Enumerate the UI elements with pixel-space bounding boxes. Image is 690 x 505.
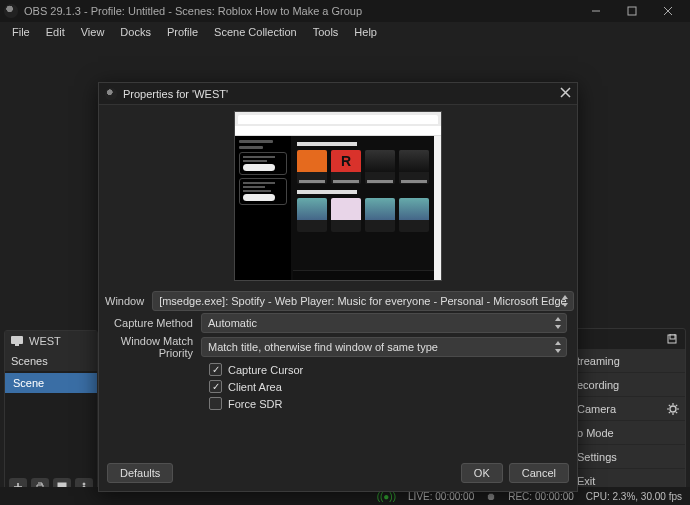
svg-rect-0 bbox=[628, 7, 636, 15]
window-titlebar: OBS 29.1.3 - Profile: Untitled - Scenes:… bbox=[0, 0, 690, 22]
properties-dialog: Properties for 'WEST' R bbox=[98, 82, 578, 492]
updown-icon bbox=[552, 339, 564, 355]
label-capture-method: Capture Method bbox=[105, 317, 201, 329]
select-match-priority[interactable]: Match title, otherwise find window of sa… bbox=[201, 337, 567, 357]
menubar: File Edit View Docks Profile Scene Colle… bbox=[0, 22, 690, 42]
svg-rect-2 bbox=[15, 344, 19, 346]
dialog-title: Properties for 'WEST' bbox=[123, 88, 560, 100]
status-live: LIVE: 00:00:00 bbox=[408, 491, 474, 502]
window-minimize-button[interactable] bbox=[578, 1, 614, 21]
control-recording[interactable]: ecording bbox=[571, 373, 685, 397]
capture-preview: R bbox=[234, 111, 442, 281]
record-icon: ⏺ bbox=[486, 491, 496, 502]
svg-rect-1 bbox=[11, 336, 23, 344]
scene-item[interactable]: Scene bbox=[5, 373, 97, 393]
controls-panel: treaming ecording Camera o Mode Settings… bbox=[570, 328, 686, 500]
ok-button[interactable]: OK bbox=[461, 463, 503, 483]
signal-icon: ((●)) bbox=[377, 491, 396, 502]
dialog-close-button[interactable] bbox=[560, 87, 571, 100]
checkbox-force-sdr-label: Force SDR bbox=[228, 398, 282, 410]
select-capture-method-value: Automatic bbox=[208, 317, 257, 329]
svg-point-5 bbox=[83, 483, 85, 485]
gear-icon[interactable] bbox=[667, 403, 679, 415]
monitor-icon bbox=[11, 336, 23, 346]
checkbox-client-area[interactable] bbox=[209, 380, 222, 393]
menu-docks[interactable]: Docks bbox=[114, 24, 157, 40]
scenes-header: Scenes bbox=[5, 351, 97, 371]
control-settings[interactable]: Settings bbox=[571, 445, 685, 469]
preview-section-2 bbox=[297, 190, 357, 194]
svg-point-11 bbox=[670, 406, 676, 412]
updown-icon bbox=[552, 315, 564, 331]
label-window: Window bbox=[105, 295, 152, 307]
checkbox-client-area-label: Client Area bbox=[228, 381, 282, 393]
select-match-priority-value: Match title, otherwise find window of sa… bbox=[208, 341, 438, 353]
select-capture-method[interactable]: Automatic bbox=[201, 313, 567, 333]
cancel-button[interactable]: Cancel bbox=[509, 463, 569, 483]
control-streaming[interactable]: treaming bbox=[571, 349, 685, 373]
menu-help[interactable]: Help bbox=[348, 24, 383, 40]
checkbox-capture-cursor[interactable] bbox=[209, 363, 222, 376]
checkbox-capture-cursor-label: Capture Cursor bbox=[228, 364, 303, 376]
dialog-titlebar: Properties for 'WEST' bbox=[99, 83, 577, 105]
obs-logo-icon bbox=[105, 88, 117, 100]
control-camera[interactable]: Camera bbox=[571, 397, 685, 421]
source-item-west[interactable]: WEST bbox=[5, 331, 97, 351]
menu-tools[interactable]: Tools bbox=[307, 24, 345, 40]
menu-edit[interactable]: Edit bbox=[40, 24, 71, 40]
menu-scene-collection[interactable]: Scene Collection bbox=[208, 24, 303, 40]
control-studio-mode[interactable]: o Mode bbox=[571, 421, 685, 445]
source-item-label: WEST bbox=[29, 335, 61, 347]
controls-dock-button[interactable] bbox=[663, 330, 681, 348]
window-maximize-button[interactable] bbox=[614, 1, 650, 21]
window-close-button[interactable] bbox=[650, 1, 686, 21]
menu-file[interactable]: File bbox=[6, 24, 36, 40]
defaults-button[interactable]: Defaults bbox=[107, 463, 173, 483]
label-match-priority: Window Match Priority bbox=[105, 335, 201, 359]
status-cpu: CPU: 2.3%, 30.00 fps bbox=[586, 491, 682, 502]
preview-section-1 bbox=[297, 142, 357, 146]
scenes-panel: WEST Scenes Scene bbox=[4, 330, 98, 500]
select-window[interactable]: [msedge.exe]: Spotify - Web Player: Musi… bbox=[152, 291, 574, 311]
checkbox-force-sdr[interactable] bbox=[209, 397, 222, 410]
menu-profile[interactable]: Profile bbox=[161, 24, 204, 40]
updown-icon bbox=[559, 293, 571, 309]
menu-view[interactable]: View bbox=[75, 24, 111, 40]
status-rec: REC: 00:00:00 bbox=[508, 491, 574, 502]
obs-logo-icon bbox=[4, 4, 18, 18]
select-window-value: [msedge.exe]: Spotify - Web Player: Musi… bbox=[159, 295, 567, 307]
window-title: OBS 29.1.3 - Profile: Untitled - Scenes:… bbox=[24, 5, 578, 17]
